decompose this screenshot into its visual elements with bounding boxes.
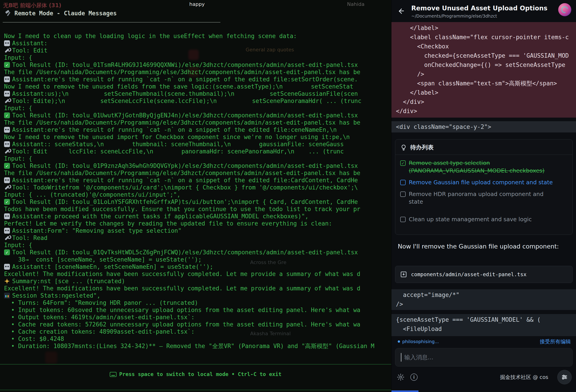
todo-items: Remove asset type selection (PANORAMA_VR… bbox=[395, 155, 572, 232]
terminal-line: Assistant:us);\n setSceneThumbnail(scene… bbox=[4, 90, 391, 97]
terminal-line-text: Tool: TodoWritefrom '@/components/ui/car… bbox=[12, 184, 358, 191]
terminal-line: Assistant:Form": "Removing asset type se… bbox=[4, 227, 391, 234]
todo-item[interactable]: Clean up state management and save logic bbox=[400, 216, 567, 223]
todo-item-label: Remove Gaussian file upload component an… bbox=[409, 179, 553, 186]
code-line: accept="image/*" bbox=[396, 290, 576, 300]
file-import-icon bbox=[400, 271, 407, 278]
settings-gear-icon[interactable] bbox=[397, 373, 404, 381]
terminal-window[interactable]: 无B吧 前端小尿体 (31) Nahida General zap quotes… bbox=[0, 0, 391, 392]
todo-checkbox-icon[interactable] bbox=[400, 192, 406, 197]
terminal-line-text: Tool Result (ID: toolu_01TsmR4LH9G9J1469… bbox=[12, 61, 358, 68]
terminal-line: Now I need to remove the unused fields f… bbox=[4, 83, 391, 90]
footer-status-row: philosophising... 接受所有编辑 bbox=[398, 337, 571, 346]
background-text: 无B吧 前端小尿体 (31) bbox=[3, 2, 61, 9]
terminal-line-text: • Cache read tokens: 572662 unnecessary … bbox=[4, 321, 360, 328]
terminal-line: Tool Result (ID: toolu_01LoLnYSFGRXhtfeh… bbox=[4, 198, 391, 205]
terminal-line: Assistant:: sceneStatus,\n thumbnail: sc… bbox=[4, 140, 391, 148]
terminal-line: Tool: Edite);\n setSceneLccFile(scene.lc… bbox=[4, 97, 391, 105]
code-line: <div className="space-y-2"> bbox=[396, 121, 576, 133]
code-line: </div> bbox=[396, 97, 576, 107]
todo-item-label: Remove asset type selection (PANORAMA_VR… bbox=[409, 159, 553, 175]
bottom-separator bbox=[0, 390, 391, 390]
accept-all-edits-link[interactable]: 接受所有编辑 bbox=[540, 338, 571, 345]
terminal-line: Assistant:e proceed with the current tas… bbox=[4, 213, 391, 220]
terminal-line: Input: { ... (truncated)'@/components/ui… bbox=[4, 191, 391, 198]
terminal-line-text: Tool Result (ID: toolu_01LoLnYSFGRXhtfeh… bbox=[12, 198, 358, 205]
terminal-line-text: Tool Result (ID: toolu_01P9znzAqh36whGh9… bbox=[12, 163, 358, 169]
terminal-line-text: Assistant:ere's the result of running `c… bbox=[12, 76, 358, 83]
terminal-line-icon bbox=[4, 98, 10, 104]
terminal-line-icon bbox=[4, 278, 10, 284]
code-line: </label> bbox=[396, 24, 576, 33]
terminal-line-text: Now I need to clean up the loading logic… bbox=[4, 33, 297, 39]
todo-checkbox-icon[interactable] bbox=[400, 217, 406, 222]
back-button[interactable] bbox=[398, 8, 404, 14]
terminal-line-icon bbox=[4, 76, 10, 82]
terminal-line: Tool: Read bbox=[4, 234, 391, 242]
panel-path: ~/Documents/Programming/else/3dhzct bbox=[411, 14, 497, 19]
todo-item[interactable]: Remove HDR panorama upload component and… bbox=[400, 190, 567, 206]
todo-list-header: 待办列表 bbox=[395, 140, 572, 155]
terminal-line-icon bbox=[4, 213, 10, 219]
terminal-line: Tool Result (ID: toolu_01QvTksHtWDL5cZ6g… bbox=[4, 249, 391, 256]
terminal-line-text: Tool: Edit bbox=[12, 47, 48, 54]
terminal-line-text: Assistant: bbox=[12, 40, 48, 47]
terminal-line: Session Stats:ngesleted", bbox=[4, 292, 391, 299]
side-panel: Remove Unused Asset Upload Options ~/Doc… bbox=[391, 0, 576, 392]
avatar[interactable] bbox=[558, 3, 571, 16]
terminal-line-text: • Output tokens: 4619ts/admin/asset-edit… bbox=[4, 314, 195, 321]
terminal-line: Assistant:t [sceneNameEn, setSceneNameEn… bbox=[4, 263, 391, 270]
code-line: onCheckedChange={() => setSceneAssetType bbox=[396, 60, 576, 70]
terminal-line: Now I need to clean up the loading logic… bbox=[4, 32, 391, 40]
file-card[interactable]: components/admin/asset-edit-panel.tsx bbox=[395, 266, 573, 283]
todo-item[interactable]: Remove Gaussian file upload component an… bbox=[400, 179, 567, 186]
terminal-line-text: Session Stats:ngesleted", bbox=[12, 292, 100, 299]
terminal-line: Assistant:ere's the result of running `c… bbox=[4, 126, 391, 133]
todo-checkbox-icon[interactable] bbox=[400, 160, 406, 166]
hammer-icon bbox=[5, 10, 12, 17]
code-diff-removed: </label> <label className="flex cursor-p… bbox=[391, 22, 576, 118]
audio-settings-button[interactable] bbox=[557, 370, 572, 384]
terminal-line-icon bbox=[4, 141, 10, 147]
todo-item[interactable]: Remove asset type selection (PANORAMA_VR… bbox=[400, 159, 567, 175]
terminal-line-text: Perfect! Let me verify the changes by re… bbox=[4, 220, 332, 227]
terminal-line-icon bbox=[4, 62, 10, 68]
terminal-line-text: Input: { bbox=[4, 155, 32, 162]
terminal-line-icon bbox=[4, 199, 10, 205]
terminal-line: Input: { bbox=[4, 105, 391, 112]
terminal-line: Todos have been modified successfully. E… bbox=[4, 205, 391, 213]
terminal-line: • Duration: 108037msnts:(Lines 324-342)*… bbox=[4, 342, 391, 350]
bottom-accent-bar bbox=[391, 391, 418, 392]
terminal-line-text: • Duration: 108037msnts:(Lines 324-342)*… bbox=[4, 343, 374, 349]
terminal-line: 38→ const [sceneName, setSceneName] = us… bbox=[4, 256, 391, 263]
terminal-line: The file /Users/nahida/Documents/Program… bbox=[4, 169, 391, 177]
panel-title: Remove Unused Asset Upload Options bbox=[411, 4, 547, 12]
terminal-line-icon bbox=[4, 48, 10, 53]
code-line: <span className="text-sm">高斯模型</span> bbox=[396, 79, 576, 88]
todo-checkbox-icon[interactable] bbox=[400, 180, 406, 185]
terminal-line-text: Assistant:e proceed with the current tas… bbox=[12, 213, 309, 220]
info-icon[interactable] bbox=[410, 373, 418, 381]
terminal-line-icon bbox=[4, 235, 10, 241]
terminal-line-text: Tool: Read bbox=[12, 234, 48, 241]
terminal-line: Tool Result (ID: toolu_01P9znzAqh36whGh9… bbox=[4, 162, 391, 169]
terminal-line-text: Tool Result (ID: toolu_01UwutK7jGotnBByQ… bbox=[12, 112, 358, 119]
terminal-line: Perfect! Let me verify the changes by re… bbox=[4, 220, 391, 227]
lightbulb-icon bbox=[400, 144, 407, 151]
terminal-line-text: Input: { bbox=[4, 242, 32, 249]
message-input[interactable] bbox=[395, 348, 573, 366]
todo-item-label: Clean up state management and save logic bbox=[409, 216, 532, 223]
terminal-line-icon bbox=[4, 163, 10, 169]
terminal-line: • Cache read tokens: 572662 unnecessary … bbox=[4, 321, 391, 328]
code-line: <Checkbox bbox=[396, 42, 576, 51]
status-dot bbox=[398, 340, 400, 343]
terminal-line-icon bbox=[4, 112, 10, 118]
screen: 无B吧 前端小尿体 (31) Nahida General zap quotes… bbox=[0, 0, 576, 392]
text-caret bbox=[401, 353, 401, 362]
code-line: checked={sceneAssetType === 'GAUSSIAN_MO… bbox=[396, 51, 576, 60]
terminal-line-text: Assistant:Form": "Removing asset type se… bbox=[12, 227, 181, 234]
terminal-line: • Input tokens: 60soved the unnecessary … bbox=[4, 307, 391, 314]
sliders-icon bbox=[561, 374, 568, 381]
message-input-container bbox=[395, 348, 573, 366]
code-line: /> bbox=[396, 300, 576, 309]
